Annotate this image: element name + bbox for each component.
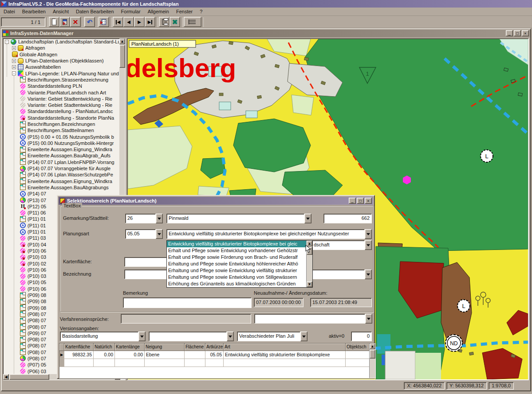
minimize-button[interactable]: _ xyxy=(506,30,513,36)
grid-column-header[interactable]: Flächene xyxy=(185,343,205,351)
grid-vertical-scrollbar[interactable]: ▲ xyxy=(369,343,375,378)
gemarkung-code-combo[interactable]: 26 xyxy=(125,214,163,223)
tree-item[interactable]: Globale Abfragen xyxy=(3,51,120,58)
tree-item[interactable]: Standarddarstellung - Standorte PlanNa xyxy=(3,115,120,121)
grid-column-header[interactable]: Kartenfläche xyxy=(64,343,94,351)
grid-data-row[interactable]: ▶98832.350.000.00Ebene05.05Entwicklung v… xyxy=(59,351,375,359)
grid-column-header[interactable]: Kartenlänge xyxy=(115,343,145,351)
legend-manager-button[interactable] xyxy=(184,17,201,27)
menu-item-formular[interactable]: Formular xyxy=(118,8,144,15)
dropdown-item[interactable]: Erhaltung und Pflege sowie Entwicklung h… xyxy=(167,261,306,267)
tree-item[interactable]: (P14) 07.07 Lplan.UebnFNPBP-Vorrang xyxy=(3,159,120,165)
grid-cell[interactable]: 98832.35 xyxy=(64,351,94,359)
scroll-down-icon[interactable]: ▼ xyxy=(307,281,312,287)
grid-cell[interactable]: Entwicklung vielfältig strukturierter Bi… xyxy=(224,351,346,359)
planungsart-dropdown-list[interactable]: Entwicklung vielfältig strukturierter Bi… xyxy=(166,240,313,288)
row-selector-icon[interactable]: ▶ xyxy=(59,351,64,359)
expand-icon[interactable]: + xyxy=(12,59,16,63)
landschaft-combo[interactable]: dschaft xyxy=(311,240,372,250)
export-excel-button[interactable]: ✖ xyxy=(169,17,180,27)
undo-button[interactable]: ↶ xyxy=(84,17,95,27)
menu-item-datenbearbeiten[interactable]: Daten Bearbeiten xyxy=(72,8,118,15)
dialog-minimize-button[interactable]: _ xyxy=(349,198,356,204)
dialog-close-button[interactable]: ✕ xyxy=(365,198,372,204)
grid-cell[interactable]: 0.00 xyxy=(94,351,115,359)
expand-icon[interactable]: + xyxy=(12,65,16,69)
form-view-button[interactable] xyxy=(59,17,70,27)
next-record-button[interactable]: ▶ xyxy=(134,17,145,27)
grid-cell[interactable]: 05.05 xyxy=(205,351,224,359)
dropdown-item[interactable]: Erhöhung des Grünanteils aus klimaökolog… xyxy=(167,281,306,287)
tree-item[interactable]: Beschriftungen.Stadtteilnamen xyxy=(3,127,120,133)
tree-item[interactable]: (P14) 07.07 Vorranggebiete für Ausgle xyxy=(3,165,120,172)
close-button[interactable]: ✕ xyxy=(522,30,529,36)
dropdown-item[interactable]: Erhaltung und Pflege sowie Entwicklung v… xyxy=(167,267,306,274)
tree-item[interactable]: Standarddarstellung PLN xyxy=(3,83,120,89)
version-combo-2[interactable] xyxy=(149,332,234,341)
scroll-left-icon[interactable]: ◀ xyxy=(3,374,9,380)
tree-item[interactable]: +LPlan-Datenbanken (Objektklassen) xyxy=(3,58,120,64)
dialog-titlebar[interactable]: Selektionsbereich (PlanNaturLandsch) _ □… xyxy=(59,197,373,205)
tree-item[interactable]: -Landschaftsplan (Landschaftsplan Standa… xyxy=(3,39,120,45)
print-button[interactable] xyxy=(159,17,169,27)
tree-item[interactable]: Variante: Gebiet Stadtentwicklung - Rie xyxy=(3,102,120,108)
tree-item[interactable]: +Auswahltabellen xyxy=(3,64,120,70)
chevron-down-icon[interactable] xyxy=(156,229,163,239)
tree-item[interactable]: (P15) 00.00 NutzungsSymbolik-Hintergr xyxy=(3,140,120,146)
grid-column-header[interactable]: Objektsch xyxy=(346,343,370,351)
tree-vscroll-thumb[interactable] xyxy=(119,45,125,68)
scroll-up-icon[interactable]: ▲ xyxy=(370,343,375,349)
tree-item[interactable]: Variante: Gebiet Stadtentwicklung - Rie xyxy=(3,96,120,102)
first-record-button[interactable]: ◀ xyxy=(113,17,123,27)
grid-cell[interactable]: Ebene xyxy=(145,351,185,359)
chevron-down-icon[interactable] xyxy=(304,214,311,223)
tree-item[interactable]: Standarddarstellung - PlanNaturLandsc xyxy=(3,108,120,114)
menu-item-datei[interactable]: Datei xyxy=(0,8,19,15)
menu-item-allgemein[interactable]: Allgemein xyxy=(144,8,173,15)
menu-item-ansicht[interactable]: Ansicht xyxy=(49,8,72,15)
grid-column-header[interactable]: Art xyxy=(224,343,346,351)
tree-item[interactable]: +Abfragen xyxy=(3,45,120,51)
chevron-down-icon[interactable] xyxy=(156,214,163,223)
grid-cell[interactable] xyxy=(185,351,205,359)
tree-item[interactable]: Erweiterte Aussagen.Eignung_Windkra xyxy=(3,146,120,152)
tree-item[interactable]: Variante.PlanNaturLandsch nach Art xyxy=(3,89,120,95)
aktiv-field[interactable]: 0 xyxy=(351,332,372,341)
tree-item[interactable]: -LPlan-Legende: LPLAN-Planung Natur und … xyxy=(3,70,120,76)
grid-column-header[interactable]: Natürlich xyxy=(94,343,115,351)
records-grid[interactable]: KartenflächeNatürlichKartenlängeNeigungF… xyxy=(59,343,376,378)
bemerkung-field[interactable] xyxy=(123,297,252,308)
grid-column-header[interactable]: Neigung xyxy=(145,343,185,351)
datasheet-button[interactable] xyxy=(99,17,109,27)
tree-item[interactable]: Erweiterte Aussagen.BauAbgrabungs xyxy=(3,184,120,191)
gemarkung-number-field[interactable]: 662 xyxy=(323,214,372,223)
expand-icon[interactable]: + xyxy=(12,46,16,50)
grid-cell[interactable]: 0.00 xyxy=(115,351,145,359)
menu-item-bearbeiten[interactable]: Bearbeiten xyxy=(19,8,49,15)
tree-item[interactable]: (P15) 0.00 + 01.05 NutzungsSymbolik b xyxy=(3,133,120,140)
planungsart-text-combo[interactable]: Entwicklung vielfältig strukturierter Bi… xyxy=(166,229,372,239)
chevron-down-icon[interactable] xyxy=(138,332,146,341)
dropdown-item[interactable]: Erhaltung und Pflege sowie Entwicklung v… xyxy=(167,274,306,281)
menu-item-fenster[interactable]: Fenster xyxy=(173,8,196,15)
chevron-down-icon[interactable] xyxy=(365,229,372,239)
delete-record-button[interactable]: ✕ xyxy=(70,17,81,27)
verfahrenseinsprueche-combo[interactable] xyxy=(254,314,372,324)
planungsart-code-combo[interactable]: 05.05 xyxy=(125,229,163,239)
last-record-button[interactable]: ▶ xyxy=(145,17,155,27)
tree-hscroll-thumb[interactable] xyxy=(9,374,49,380)
chevron-down-icon[interactable] xyxy=(365,240,372,250)
collapse-icon[interactable]: - xyxy=(12,71,16,75)
chevron-down-icon[interactable] xyxy=(300,332,307,341)
dropdown-item[interactable]: Entwicklung vielfältig strukturierter Bi… xyxy=(167,241,306,247)
scroll-up-icon[interactable]: ▲ xyxy=(119,39,125,44)
previous-record-button[interactable]: ◀ xyxy=(123,17,134,27)
grid-column-header[interactable]: Artkürze xyxy=(205,343,224,351)
grid-vscroll-thumb[interactable] xyxy=(370,350,375,359)
dialog-maximize-button[interactable]: □ xyxy=(357,198,364,204)
version-combo-3[interactable]: Verabschiedeter Plan Juli xyxy=(237,332,307,341)
dropdown-item[interactable]: Erhalt und Pflege sowie Förderung von Br… xyxy=(167,254,306,261)
new-record-button[interactable] xyxy=(49,17,59,27)
tree-item[interactable]: Erweiterte Aussagen.BauAbgrab_Aufs xyxy=(3,152,120,159)
chevron-down-icon[interactable] xyxy=(365,269,372,279)
